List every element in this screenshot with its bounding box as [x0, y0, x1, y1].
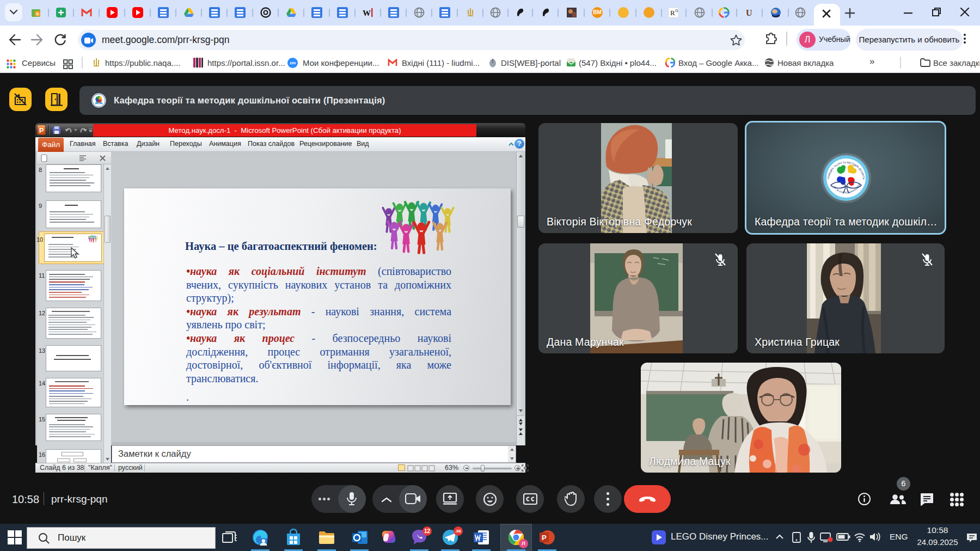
svg-text:S: S	[36, 11, 39, 16]
svg-text:P: P	[542, 534, 547, 542]
svg-text:R: R	[670, 9, 675, 17]
svg-text:W: W	[363, 9, 371, 17]
svg-text:G: G	[675, 9, 678, 13]
svg-text:U: U	[746, 8, 752, 17]
